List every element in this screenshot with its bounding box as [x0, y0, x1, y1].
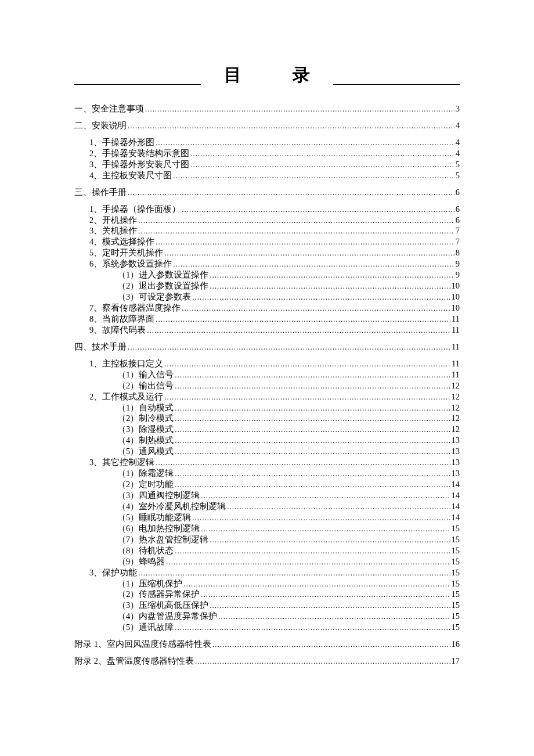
- toc-entry-label: 3、其它控制逻辑: [89, 458, 154, 467]
- toc-entry: （2）定时功能14: [74, 479, 460, 490]
- toc-leader-dots: [175, 415, 450, 423]
- toc-entry: （4）室外冷凝风机控制逻辑14: [74, 501, 460, 512]
- toc-entry-label: （6）电加热控制逻辑: [117, 524, 200, 534]
- toc-entry-label: （9）蜂鸣器: [117, 557, 165, 567]
- toc-entry: 3、关机操作7: [74, 225, 460, 236]
- toc-entry-page: 11: [452, 370, 460, 380]
- toc-entry-page: 16: [452, 639, 460, 649]
- toc-entry-label: 2、开机操作: [89, 215, 137, 225]
- toc-entry-page: 7: [456, 237, 460, 247]
- toc-entry-page: 12: [452, 413, 460, 423]
- toc-entry-label: 1、手操器外形图: [89, 138, 154, 147]
- toc-entry-page: 12: [452, 381, 460, 391]
- toc-gap: [74, 633, 460, 639]
- toc-entry-page: 14: [452, 491, 460, 501]
- toc-entry-label: （1）压缩机保护: [117, 579, 182, 589]
- toc-entry-page: 13: [452, 435, 460, 445]
- toc-entry: （6）电加热控制逻辑15: [74, 523, 460, 534]
- toc-leader-dots: [156, 315, 450, 324]
- title-rule-right: [333, 84, 460, 85]
- toc-entry-label: 4、主控板安装尺寸图: [89, 171, 172, 181]
- toc-entry-label: 1、手操器（操作面板）: [89, 204, 181, 214]
- toc-entry-label: （8）待机状态: [117, 546, 174, 556]
- toc-leader-dots: [166, 558, 450, 567]
- toc-entry-label: 2、手操器安装结构示意图: [89, 149, 189, 159]
- toc-entry-label: （2）传感器异常保护: [117, 589, 200, 599]
- toc-leader-dots: [210, 536, 450, 545]
- toc-leader-dots: [164, 360, 450, 369]
- toc-entry: 四、技术手册11: [74, 341, 460, 352]
- toc-leader-dots: [175, 371, 450, 380]
- toc-entry: （5）通风模式13: [74, 446, 460, 457]
- toc-entry: 二、安装说明4: [74, 120, 460, 131]
- toc-entry-label: 3、关机操作: [89, 226, 137, 236]
- toc-title: 目 录: [201, 63, 333, 87]
- toc-entry-page: 14: [452, 480, 460, 489]
- toc-entry-page: 10: [452, 303, 460, 313]
- toc-entry: 3、保护功能15: [74, 567, 460, 578]
- toc-leader-dots: [175, 448, 450, 456]
- toc-entry-label: 四、技术手册: [74, 342, 127, 352]
- toc-leader-dots: [190, 161, 454, 170]
- toc-entry: （4）制热模式13: [74, 435, 460, 446]
- toc-entry: 三、操作手册6: [74, 187, 460, 198]
- toc-entry: （3）可设定参数表10: [74, 291, 460, 303]
- toc-entry-label: （3）可设定参数表: [117, 292, 191, 302]
- toc-entry-label: （3）除湿模式: [117, 424, 174, 434]
- toc-leader-dots: [128, 343, 450, 352]
- toc-leader-dots: [164, 249, 454, 258]
- toc-entry-page: 11: [452, 359, 460, 369]
- toc-entry-label: 9、故障代码表: [89, 325, 146, 335]
- toc-leader-dots: [175, 404, 450, 413]
- toc-entry-label: 附录 2、盘管温度传感器特性表: [74, 656, 194, 666]
- toc-leader-dots: [138, 217, 454, 225]
- toc-leader-dots: [201, 591, 450, 599]
- toc-entry-page: 14: [452, 513, 460, 523]
- toc-entry-page: 13: [452, 447, 460, 456]
- toc-entry-page: 15: [452, 546, 460, 556]
- toc-entry: 附录 2、盘管温度传感器特性表17: [74, 656, 460, 667]
- toc-entry-page: 15: [452, 589, 460, 599]
- toc-entry-page: 11: [452, 325, 460, 335]
- toc-entry-label: 2、工作模式及运行: [89, 392, 163, 402]
- toc-entry-page: 9: [456, 270, 460, 280]
- toc-entry-page: 15: [452, 535, 460, 545]
- toc-entry-page: 15: [452, 524, 460, 534]
- toc-entry: 5、定时开关机操作8: [74, 247, 460, 258]
- toc-entry: 2、手操器安装结构示意图4: [74, 148, 460, 159]
- toc-entry-label: （1）自动模式: [117, 403, 174, 413]
- toc-entry-page: 13: [452, 469, 460, 478]
- toc-leader-dots: [210, 602, 450, 610]
- toc-entry: 6、系统参数设置操作9: [74, 258, 460, 269]
- toc-entry-label: （1）除霜逻辑: [117, 469, 174, 478]
- toc-leader-dots: [218, 613, 450, 621]
- toc-leader-dots: [210, 271, 454, 280]
- toc-entry-label: 一、安全注意事项: [74, 104, 144, 114]
- title-rule-left: [74, 84, 201, 85]
- toc-leader-dots: [227, 503, 450, 512]
- toc-entry: （8）待机状态15: [74, 545, 460, 556]
- toc-leader-dots: [138, 569, 450, 578]
- toc-entry-page: 3: [456, 104, 460, 114]
- toc-leader-dots: [147, 326, 450, 335]
- toc-entry-page: 11: [452, 342, 460, 352]
- toc-entry-label: 4、模式选择操作: [89, 237, 154, 247]
- toc-entry: 2、工作模式及运行12: [74, 391, 460, 402]
- toc-leader-dots: [175, 426, 450, 434]
- toc-entry-label: 3、保护功能: [89, 568, 137, 578]
- toc-entry-page: 15: [452, 579, 460, 589]
- toc-leader-dots: [175, 481, 450, 489]
- toc-leader-dots: [210, 282, 450, 291]
- toc-entry-label: （5）通讯故障: [117, 622, 174, 632]
- toc-entry: （3）除湿模式12: [74, 424, 460, 435]
- toc-entry-label: （1）进入参数设置操作: [117, 270, 208, 280]
- toc-entry: 8、当前故障界面11: [74, 314, 460, 325]
- toc-entry: （2）输出信号12: [74, 380, 460, 391]
- toc-entry-page: 17: [452, 656, 460, 666]
- toc-entry-label: （4）室外冷凝风机控制逻辑: [117, 502, 226, 512]
- toc-gap: [74, 181, 460, 187]
- toc-entry: 4、模式选择操作7: [74, 236, 460, 247]
- toc-entry-label: 5、定时开关机操作: [89, 248, 163, 258]
- toc-entry-label: （3）压缩机高低压保护: [117, 600, 208, 610]
- toc-entry-label: 8、当前故障界面: [89, 314, 154, 324]
